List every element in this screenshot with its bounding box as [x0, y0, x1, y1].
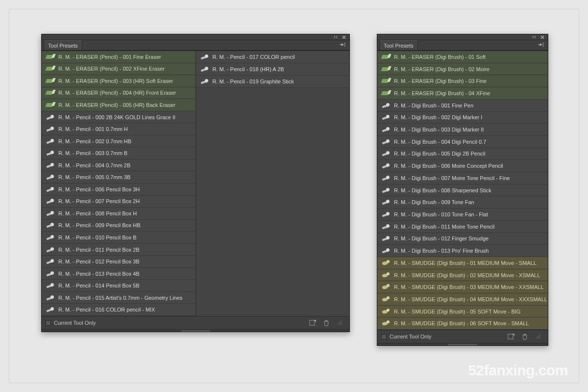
preset-item[interactable]: R. M. - SMUDGE (Digi Brush) - 02 MEDIUM …: [377, 269, 548, 282]
preset-item[interactable]: R. M. - SMUDGE (Digi Brush) - 04 MEDIUM …: [377, 293, 548, 306]
delete-preset-icon[interactable]: [519, 332, 530, 341]
preset-item[interactable]: R. M. - Pencil - 017 COLOR pencil: [196, 51, 350, 63]
preset-item[interactable]: R. M. - Pencil - 008 Pencil Box H: [42, 208, 196, 220]
preset-item[interactable]: R. M. - Digi Brush - 012 Finger Smudge: [377, 233, 548, 245]
eraser-icon: [46, 54, 55, 60]
preset-item[interactable]: R. M. - Pencil - 012 Pencil Box 3B: [42, 256, 196, 268]
preset-icon-slot: [45, 281, 56, 290]
current-tool-only-checkbox[interactable]: [381, 334, 387, 340]
preset-item[interactable]: R. M. - Pencil - 010 Pencil Box B: [42, 232, 196, 244]
preset-item[interactable]: R. M. - Digi Brush - 005 Digi 2B Pencil: [377, 148, 548, 160]
preset-item[interactable]: R. M. - Pencil - 015 Artist's 0.7mm - Ge…: [42, 292, 196, 304]
preset-item[interactable]: R. M. - SMUDGE (Digi Brush) - 01 MEDIUM …: [377, 257, 548, 269]
preset-item[interactable]: R. M. - Digi Brush - 013 Pro' Fine Brush: [377, 245, 548, 257]
preset-item[interactable]: R. M. - ERASER (Pencil) - 002 XFine Eras…: [42, 63, 196, 76]
preset-item[interactable]: R. M. - SMUDGE (Digi Brush) - 05 SOFT Mo…: [377, 306, 548, 318]
resize-grip-icon[interactable]: [335, 318, 345, 327]
preset-label: R. M. - Digi Brush - 007 Moire Tone Penc…: [394, 175, 548, 181]
preset-label: R. M. - ERASER (Pencil) - 001 Fine Erase…: [58, 54, 196, 60]
panel-menu-icon[interactable]: [536, 42, 546, 50]
current-tool-only-checkbox[interactable]: [46, 320, 51, 326]
preset-item[interactable]: R. M. - Pencil - 011 Pencil Box 2B: [42, 244, 196, 256]
preset-item[interactable]: R. M. - Pencil - 016 COLOR pencil - MIX: [42, 304, 196, 316]
brush-icon: [46, 150, 55, 157]
preset-item[interactable]: R. M. - ERASER (Pencil) - 005 (HR) Back …: [42, 99, 196, 111]
brush-icon: [381, 162, 391, 169]
preset-item[interactable]: R. M. - Pencil - 009 Pencil Box HB: [42, 220, 196, 232]
new-preset-icon[interactable]: [506, 332, 516, 341]
preset-icon-slot: [380, 270, 392, 280]
preset-item[interactable]: R. M. - ERASER (Digi Brush) - 04 XFine: [377, 87, 548, 100]
preset-item[interactable]: R. M. - Pencil - 002 0.7mm HB: [42, 135, 196, 148]
eraser-icon: [382, 66, 391, 72]
tab-tool-presets[interactable]: Tool Presets: [379, 40, 418, 50]
preset-label: R. M. - Pencil - 014 Pencil Box 5B: [58, 283, 196, 288]
resize-grip-icon[interactable]: [533, 332, 544, 341]
preset-list-body: R. M. - ERASER (Digi Brush) - 01 SoftR. …: [377, 51, 548, 330]
preset-item[interactable]: R. M. - Digi Brush - 001 Fine Pen: [377, 100, 548, 112]
panel-scroll-hint[interactable]: [377, 343, 548, 345]
preset-icon-slot: [45, 257, 56, 266]
collapse-icon[interactable]: [532, 35, 537, 39]
preset-icon-slot: [380, 234, 392, 243]
brush-icon: [46, 270, 55, 277]
close-icon[interactable]: [540, 35, 545, 39]
preset-item[interactable]: R. M. - Pencil - 003 0.7mm B: [42, 147, 196, 159]
preset-item[interactable]: R. M. - Digi Brush - 006 Moire Concept P…: [377, 160, 548, 172]
preset-list-body: R. M. - ERASER (Pencil) - 001 Fine Erase…: [42, 51, 349, 316]
brush-icon: [381, 235, 391, 242]
tab-tool-presets[interactable]: Tool Presets: [44, 40, 82, 50]
preset-item[interactable]: R. M. - ERASER (Digi Brush) - 03 Fine: [377, 75, 548, 87]
preset-item[interactable]: R. M. - Pencil - 013 Pencil Box 4B: [42, 268, 196, 280]
preset-icon-slot: [380, 246, 392, 256]
preset-item[interactable]: R. M. - Pencil - 006 Pencil Box 3H: [42, 183, 196, 196]
brush-icon: [46, 186, 55, 193]
preset-item[interactable]: R. M. - ERASER (Pencil) - 001 Fine Erase…: [42, 51, 196, 63]
delete-preset-icon[interactable]: [321, 318, 332, 327]
preset-item[interactable]: R. M. - ERASER (Digi Brush) - 02 Moire: [377, 63, 548, 76]
preset-item[interactable]: R. M. - Digi Brush - 010 Tone Fan - Flat: [377, 209, 548, 221]
collapse-icon[interactable]: [334, 35, 339, 39]
preset-item[interactable]: R. M. - SMUDGE (Digi Brush) - 06 SOFT Mo…: [377, 317, 548, 330]
brush-icon: [381, 175, 391, 182]
preset-label: R. M. - Digi Brush - 002 Digi Marker I: [394, 114, 548, 120]
preset-label: R. M. - SMUDGE (Digi Brush) - 06 SOFT Mo…: [394, 320, 548, 326]
preset-icon-slot: [45, 196, 56, 206]
preset-item[interactable]: R. M. - Digi Brush - 009 Tone Fan: [377, 196, 548, 209]
brush-icon: [381, 247, 391, 254]
preset-item[interactable]: R. M. - SMUDGE (Digi Brush) - 03 MEDIUM …: [377, 281, 548, 293]
preset-item[interactable]: R. M. - ERASER (Digi Brush) - 01 Soft: [377, 51, 548, 63]
preset-item[interactable]: R. M. - Pencil - 000 2B 24K GOLD Lines G…: [42, 111, 196, 124]
preset-icon-slot: [45, 112, 56, 122]
preset-label: R. M. - ERASER (Digi Brush) - 01 Soft: [394, 54, 548, 60]
preset-item[interactable]: R. M. - Pencil - 019 Graphite Stick: [196, 76, 350, 88]
preset-icon-slot: [380, 258, 392, 268]
preset-item[interactable]: R. M. - Digi Brush - 008 Sharpened Stick: [377, 184, 548, 197]
page-frame: Tool Presets R. M. - ERASER (Pencil) - 0…: [9, 9, 579, 383]
panel-scroll-hint[interactable]: [42, 329, 349, 332]
preset-icon-slot: [380, 222, 392, 232]
preset-item[interactable]: R. M. - Pencil - 005 0.7mm 3B: [42, 171, 196, 183]
preset-item[interactable]: R. M. - Digi Brush - 004 Digi Pencil 0.7: [377, 136, 548, 148]
preset-item[interactable]: R. M. - Pencil - 014 Pencil Box 5B: [42, 280, 196, 292]
brush-icon: [381, 126, 391, 133]
preset-icon-slot: [45, 124, 56, 134]
preset-column: R. M. - Pencil - 017 COLOR pencilR. M. -…: [196, 51, 350, 316]
preset-label: R. M. - ERASER (Pencil) - 005 (HR) Back …: [58, 102, 196, 108]
preset-item[interactable]: R. M. - Pencil - 001 0.7mm H: [42, 123, 196, 135]
preset-item[interactable]: R. M. - Digi Brush - 007 Moire Tone Penc…: [377, 172, 548, 184]
preset-item[interactable]: R. M. - Digi Brush - 003 Digi Marker II: [377, 124, 548, 136]
preset-icon-slot: [45, 88, 56, 98]
preset-item[interactable]: R. M. - Pencil - 007 Pencil Box 2H: [42, 196, 196, 208]
close-icon[interactable]: [342, 35, 346, 39]
brush-icon: [46, 210, 55, 217]
preset-item[interactable]: R. M. - ERASER (Pencil) - 003 (HR) Soft …: [42, 75, 196, 87]
preset-item[interactable]: R. M. - Digi Brush - 002 Digi Marker I: [377, 112, 548, 124]
preset-item[interactable]: R. M. - Pencil - 018 (HR) A 2B: [196, 63, 350, 76]
preset-item[interactable]: R. M. - ERASER (Pencil) - 004 (HR) Front…: [42, 87, 196, 100]
preset-icon-slot: [45, 148, 56, 158]
new-preset-icon[interactable]: [307, 318, 318, 327]
panel-menu-icon[interactable]: [338, 42, 347, 50]
preset-item[interactable]: R. M. - Digi Brush - 011 Moire Tone Penc…: [377, 221, 548, 233]
preset-item[interactable]: R. M. - Pencil - 004 0.7mm 2B: [42, 159, 196, 172]
